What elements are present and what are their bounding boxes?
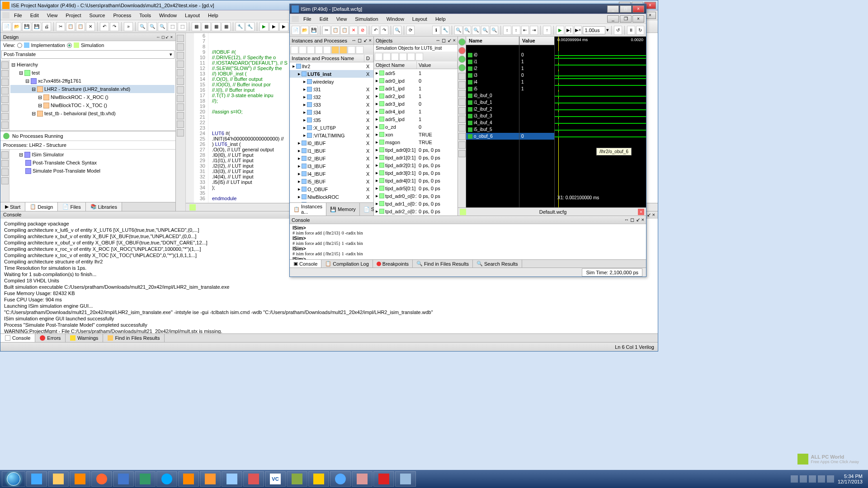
signal-name[interactable]: i3	[466, 72, 519, 79]
editor-tool[interactable]	[177, 129, 184, 136]
signal-name[interactable]: i1_ibuf_1	[466, 99, 519, 106]
object-row[interactable]: ▸ o_zd0	[374, 123, 458, 131]
searchres-tab[interactable]: 🔍 Search Results	[473, 260, 522, 267]
instance-row[interactable]: ▸ :l35X	[290, 116, 373, 124]
object-row[interactable]: ▸ xonTRUE	[374, 131, 458, 138]
object-row[interactable]: ▸ tipd_adr1[0:1]0 ps, 0 ps	[374, 154, 458, 161]
inst-tb[interactable]	[315, 46, 323, 54]
name-header[interactable]: Name	[466, 37, 519, 45]
editor-tool[interactable]	[177, 43, 184, 51]
instance-row[interactable]: ▸ LUT6_instX	[290, 70, 373, 78]
object-row[interactable]: ▸ tipd_adr0[0:1]0 ps, 0 ps	[374, 146, 458, 154]
menu-tools[interactable]: Tools	[136, 12, 155, 19]
signal-name[interactable]: i2_ibuf_2	[466, 106, 519, 113]
tb-zoom[interactable]: 🔍	[472, 26, 480, 35]
layout4-button[interactable]: ▦	[222, 22, 231, 31]
tb-find[interactable]: 🔍	[393, 26, 401, 35]
obj-tb[interactable]	[391, 53, 399, 61]
instances-tab[interactable]: 📋 Instances a...	[290, 203, 326, 216]
instance-row[interactable]: ▸ I1_IBUFX	[290, 147, 373, 155]
object-row[interactable]: ▸ tipd_adr5[0:1]0 ps, 0 ps	[374, 184, 458, 192]
taskbar-pdf[interactable]	[373, 471, 394, 487]
isim-menu-file[interactable]: File	[300, 15, 315, 23]
menu-edit[interactable]: Edit	[27, 12, 42, 19]
obj-tb[interactable]	[383, 53, 391, 61]
obj-tb[interactable]	[375, 53, 382, 61]
panel-pins[interactable]: ↔ ◻ ↙ ×	[156, 35, 173, 39]
tb-redo[interactable]: ↷	[380, 26, 388, 35]
isim-min-button[interactable]: _	[607, 5, 619, 13]
tab-design[interactable]: 📋 Design	[25, 202, 58, 211]
tb-zoom[interactable]: 🔍	[481, 26, 489, 35]
wave-tool[interactable]	[458, 81, 466, 89]
wave-tool[interactable]	[458, 133, 466, 140]
object-row[interactable]: ▸ tpd_adr2_o[0:1]0 ps, 0 ps	[374, 207, 458, 215]
inst-tb[interactable]	[323, 46, 331, 54]
instance-row[interactable]: ▸ I0_IBUFX	[290, 139, 373, 147]
errors-tab[interactable]: Errors	[35, 334, 66, 342]
editor-tool[interactable]	[177, 112, 184, 119]
cfg1-button[interactable]: ⬚	[168, 22, 177, 31]
tb-save[interactable]: 💾	[310, 26, 318, 35]
wave-tool[interactable]	[458, 99, 466, 106]
object-row[interactable]: ▸ tpd_adr0_o[0:1]0 ps, 0 ps	[374, 192, 458, 200]
object-row[interactable]: ▸ adr3_ipd0	[374, 100, 458, 108]
instance-row[interactable]: ▸ :l31X	[290, 85, 373, 93]
isim-menu-sim[interactable]: Simulation	[351, 15, 382, 23]
menu-file[interactable]: File	[10, 12, 26, 19]
layout3-button[interactable]: ▦	[212, 22, 221, 31]
editor-tool[interactable]	[177, 78, 184, 85]
isim-console-tab[interactable]: ▣ Console	[290, 260, 321, 267]
wave-tool[interactable]	[458, 47, 466, 54]
inst-tb[interactable]	[299, 46, 307, 54]
taskbar-word[interactable]	[113, 471, 134, 487]
cut-button[interactable]: ✂	[56, 22, 65, 31]
editor-tool[interactable]	[177, 103, 184, 111]
tb-runfor[interactable]: ▶×	[574, 26, 582, 35]
object-row[interactable]: ▸ adr5_ipd1	[374, 115, 458, 123]
menu-help[interactable]: Help	[204, 12, 222, 19]
breakpoints-tab[interactable]: Breakpoints	[373, 260, 413, 267]
taskbar-firefox[interactable]	[91, 471, 112, 487]
tb-copy[interactable]: 📋	[331, 26, 340, 35]
tool1-button[interactable]: 🔧	[236, 22, 245, 31]
inst-tb[interactable]	[356, 46, 363, 54]
editor-tool[interactable]	[177, 69, 184, 76]
proc-icon[interactable]	[1, 177, 9, 184]
tb-stop[interactable]: ⊘	[359, 26, 367, 35]
tool2-button[interactable]: 🔧	[245, 22, 255, 31]
tb-zoom[interactable]: 🔍	[454, 26, 462, 35]
close-wave-tab[interactable]: ×	[638, 209, 644, 215]
object-row[interactable]: ▸ adr2_ipd1	[374, 92, 458, 100]
taskbar-isim[interactable]	[395, 471, 416, 487]
signal-name[interactable]: i3_ibuf_3	[466, 113, 519, 119]
run-button[interactable]: ▶	[259, 22, 269, 31]
translate-dropdown[interactable]: Post-Translate▾	[1, 50, 175, 59]
object-row[interactable]: ▸ tipd_adr4[0:1]0 ps, 0 ps	[374, 177, 458, 184]
tb-zoom[interactable]: 🔍	[490, 26, 498, 35]
isim-max-button[interactable]: □	[620, 5, 632, 13]
tree-item[interactable]: ⊟ test	[10, 69, 175, 77]
editor-tool[interactable]	[177, 95, 184, 102]
taskbar-app[interactable]	[352, 471, 373, 487]
tb-delete[interactable]: ✕	[349, 26, 358, 35]
impl-radio[interactable]	[17, 43, 22, 48]
objval-col[interactable]: Value	[417, 61, 458, 69]
object-row[interactable]: ▸ adr0_ipd0	[374, 77, 458, 84]
tray-icon[interactable]	[809, 475, 816, 483]
signal-name[interactable]: i1	[466, 58, 519, 65]
open-button[interactable]: 📂	[12, 22, 21, 31]
inst-tb[interactable]	[307, 46, 315, 54]
tray-icon[interactable]	[818, 475, 825, 483]
wave-tool[interactable]	[458, 150, 466, 157]
compile-tab[interactable]: 📋 Compilation Log	[321, 260, 373, 267]
wave-tool[interactable]	[458, 124, 466, 131]
side-icon[interactable]	[1, 104, 9, 112]
tray-icon[interactable]	[791, 475, 798, 483]
tb-step[interactable]: ▶|	[565, 26, 573, 35]
instance-row[interactable]: ▸ lhr2X	[290, 62, 373, 70]
copy-button[interactable]: 📋	[66, 22, 75, 31]
signal-name[interactable]: i4	[466, 79, 519, 85]
editor-tool[interactable]	[177, 35, 184, 42]
proc-icon[interactable]	[1, 151, 9, 159]
